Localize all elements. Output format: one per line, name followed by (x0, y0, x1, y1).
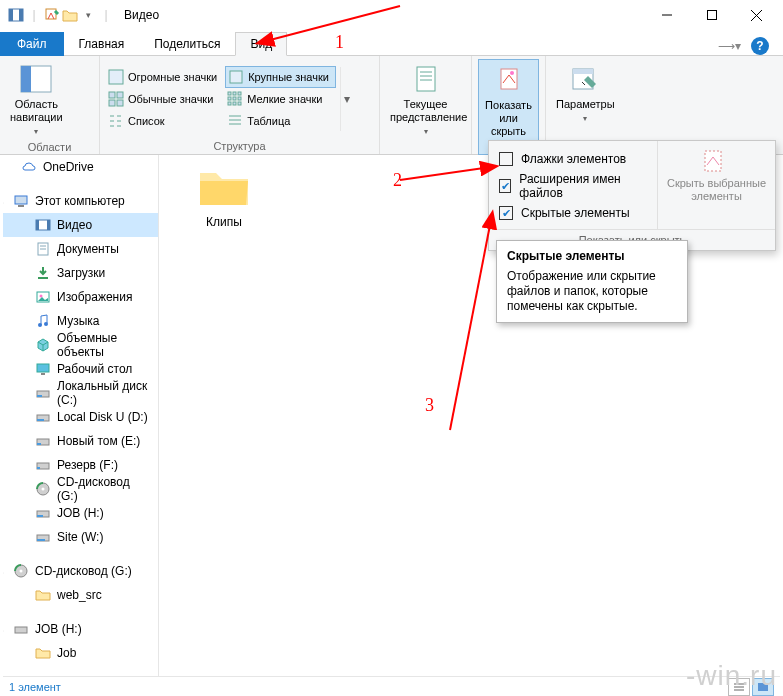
layout-list[interactable]: Список (106, 110, 223, 132)
svg-rect-56 (37, 364, 49, 372)
layout-extra-large[interactable]: Огромные значки (106, 66, 223, 88)
layout-medium[interactable]: Обычные значки (106, 88, 223, 110)
app-icon (8, 7, 24, 23)
help-icon[interactable]: ? (751, 37, 769, 55)
nav-pictures[interactable]: Изображения (3, 285, 158, 309)
svg-rect-22 (228, 102, 231, 105)
svg-point-52 (40, 295, 43, 298)
nav-job-h-2[interactable]: ⌄JOB (H:) (3, 617, 158, 641)
chevron-down-icon: ▾ (424, 127, 428, 136)
layout-group-label: Структура (106, 139, 373, 154)
svg-rect-17 (233, 92, 236, 95)
svg-rect-20 (233, 97, 236, 100)
nav-videos[interactable]: Видео (3, 213, 158, 237)
qat-newfolder-icon[interactable] (62, 7, 78, 23)
maximize-button[interactable] (689, 0, 734, 30)
hide-selected-label: Скрыть выбранные элементы (666, 177, 767, 203)
check-file-extensions[interactable]: ✔ Расширения имен файлов (499, 169, 647, 203)
layout-large[interactable]: Крупные значки (225, 66, 336, 88)
nav-onedrive[interactable]: OneDrive (3, 155, 158, 179)
svg-rect-1 (9, 9, 13, 21)
nav-this-pc[interactable]: ⌄Этот компьютер (3, 189, 158, 213)
svg-rect-38 (501, 69, 517, 89)
window-title: Видео (124, 8, 159, 22)
cd-icon (35, 481, 51, 497)
layout-small[interactable]: Мелкие значки (225, 88, 336, 110)
nav-desktop[interactable]: Рабочий стол (3, 357, 158, 381)
svg-rect-16 (228, 92, 231, 95)
nav-site-w[interactable]: Site (W:) (3, 525, 158, 549)
options-button[interactable]: Параметры ▾ (552, 59, 618, 127)
nav-new-vol-e[interactable]: Новый том (E:) (3, 429, 158, 453)
nav-3d-objects[interactable]: Объемные объекты (3, 333, 158, 357)
drive-icon (35, 457, 51, 473)
chevron-down-icon: ▾ (583, 114, 587, 123)
current-view-icon (410, 63, 442, 95)
checkbox-checked-icon[interactable]: ✔ (499, 179, 511, 193)
folder-item[interactable]: Клипы (179, 165, 269, 229)
checkbox-icon[interactable] (499, 152, 513, 166)
drive-icon (13, 621, 29, 637)
folder-label: Клипы (206, 215, 242, 229)
nav-job-h[interactable]: JOB (H:) (3, 501, 158, 525)
show-hide-label: Показать или скрыть (483, 99, 534, 138)
nav-cd-drive[interactable]: CD-дисковод (G:) (3, 477, 158, 501)
nav-web-src[interactable]: web_src (3, 583, 158, 607)
svg-rect-69 (37, 515, 43, 517)
nav-downloads[interactable]: Загрузки (3, 261, 158, 285)
nav-job[interactable]: Job (3, 641, 158, 665)
folder-icon (196, 165, 252, 209)
current-view-button[interactable]: Текущее представление ▾ (386, 59, 465, 140)
layout-more-button[interactable]: ▾ (340, 67, 354, 131)
collapse-icon[interactable]: ⌄ (3, 624, 7, 635)
current-view-label: Текущее представление (390, 98, 461, 124)
checkbox-checked-icon[interactable]: ✔ (499, 206, 513, 220)
qat-dropdown-icon[interactable]: ▾ (80, 7, 96, 23)
check-item-checkboxes[interactable]: Флажки элементов (499, 149, 647, 169)
navigation-pane-label: Область навигации (10, 98, 63, 124)
minimize-button[interactable] (644, 0, 689, 30)
music-icon (35, 313, 51, 329)
svg-point-54 (44, 322, 48, 326)
nav-documents[interactable]: Документы (3, 237, 158, 261)
qat-properties-icon[interactable] (44, 7, 60, 23)
nav-local-disk-c[interactable]: Локальный диск (C:) (3, 381, 158, 405)
watermark: -win.ru (686, 660, 777, 692)
drive-icon (35, 409, 51, 425)
drive-icon (35, 529, 51, 545)
nav-local-disk-u[interactable]: Local Disk U (D:) (3, 405, 158, 429)
chevron-down-icon: ▾ (34, 127, 38, 136)
collapse-icon[interactable]: ⌄ (3, 196, 7, 207)
tab-view[interactable]: Вид (235, 32, 287, 56)
navigation-pane-button[interactable]: Область навигации ▾ (6, 59, 67, 140)
svg-rect-46 (47, 220, 50, 230)
svg-rect-24 (238, 102, 241, 105)
svg-rect-80 (705, 151, 721, 171)
close-button[interactable] (734, 0, 779, 30)
download-icon (35, 265, 51, 281)
collapse-icon[interactable]: ⌄ (3, 566, 7, 577)
qat-divider2: | (98, 7, 114, 23)
minimize-ribbon-icon[interactable]: ⟶▾ (718, 39, 741, 53)
nav-music[interactable]: Музыка (3, 309, 158, 333)
check-hidden-items[interactable]: ✔ Скрытые элементы (499, 203, 647, 223)
tab-share[interactable]: Поделиться (139, 32, 235, 56)
options-icon (569, 63, 601, 95)
cloud-icon (21, 159, 37, 175)
nav-reserve-f[interactable]: Резерв (F:) (3, 453, 158, 477)
svg-rect-2 (19, 9, 23, 21)
svg-rect-11 (230, 71, 242, 83)
tab-file[interactable]: Файл (0, 32, 64, 56)
status-text: 1 элемент (9, 681, 61, 693)
svg-rect-13 (117, 92, 123, 98)
hide-selected-button[interactable]: Скрыть выбранные элементы (657, 141, 775, 229)
desktop-icon (35, 361, 51, 377)
layout-details[interactable]: Таблица (225, 110, 336, 132)
nav-cd-drive-2[interactable]: ⌄CD-дисковод (G:) (3, 559, 158, 583)
drive-icon (35, 505, 51, 521)
svg-rect-5 (707, 11, 716, 20)
navigation-pane-icon (20, 63, 52, 95)
tab-home[interactable]: Главная (64, 32, 140, 56)
show-hide-icon (493, 64, 525, 96)
navigation-pane[interactable]: OneDrive ⌄Этот компьютер Видео Документы… (3, 155, 159, 676)
